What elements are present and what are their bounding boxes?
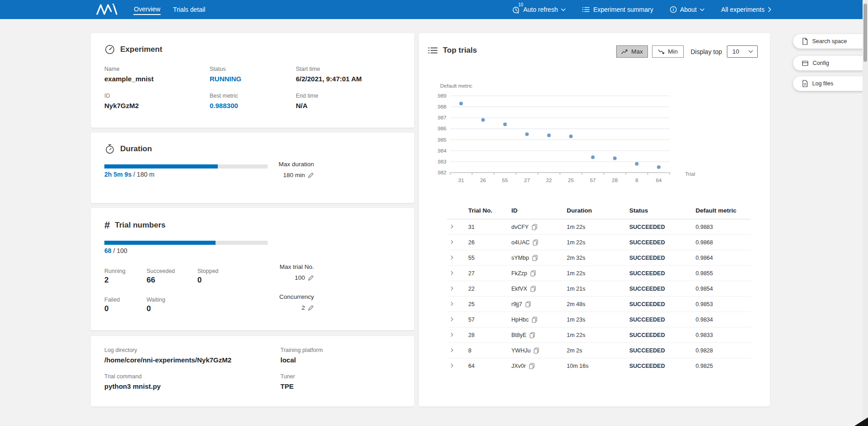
- scatter-point[interactable]: [459, 102, 463, 105]
- row-expand-button[interactable]: [448, 316, 456, 324]
- min-button-label: Min: [668, 48, 678, 55]
- cell-trial-id: dvCFY: [511, 224, 529, 230]
- expand-chevron-icon: [450, 363, 454, 368]
- edit-pencil-icon[interactable]: [308, 172, 314, 178]
- field-label: Start time: [296, 66, 362, 72]
- scrollbar-thumb[interactable]: [863, 4, 867, 62]
- trial-row: 28 Bt8yE 1m 22s SUCCEEDED 0.9833: [447, 327, 751, 343]
- scatter-point[interactable]: [657, 165, 661, 169]
- copy-icon[interactable]: [534, 347, 539, 354]
- top-trials-card: Top trials Max Min Display top 10 Defaul…: [419, 33, 770, 406]
- display-top-select[interactable]: 10: [727, 45, 758, 58]
- tab-overview[interactable]: Overview: [133, 4, 161, 15]
- display-top-value: 10: [732, 48, 739, 55]
- all-experiments-link[interactable]: All experiments: [721, 6, 771, 13]
- log-files-button[interactable]: Log files: [793, 76, 868, 91]
- experiment-fields: Name example_mnistStatus RUNNINGStart ti…: [104, 66, 362, 109]
- cell-trial-id: HpHbc: [511, 317, 529, 323]
- tab-trials-detail[interactable]: Trials detail: [172, 5, 206, 15]
- cell-duration: 1m 22s: [566, 266, 628, 281]
- y-tick-label: 0.987: [437, 115, 446, 120]
- max-button-label: Max: [631, 48, 643, 55]
- row-expand-button[interactable]: [448, 223, 456, 231]
- row-expand-button[interactable]: [448, 238, 456, 247]
- copy-icon[interactable]: [533, 239, 538, 246]
- field-label: Best metric: [210, 93, 296, 99]
- trial-row: 8 YWHJu 2m 2s SUCCEEDED 0.9828: [447, 343, 751, 358]
- row-expand-button[interactable]: [448, 254, 456, 262]
- copy-icon[interactable]: [532, 317, 537, 323]
- cell-trial-no: 22: [467, 281, 510, 297]
- x-tick-label: 26: [480, 178, 486, 183]
- experiment-summary-button[interactable]: Experiment summary: [582, 6, 653, 13]
- scatter-point[interactable]: [591, 155, 595, 159]
- cell-default-metric: 0.9833: [695, 327, 751, 343]
- scatter-point[interactable]: [569, 134, 573, 138]
- cell-duration: 2m 48s: [566, 297, 628, 312]
- about-menu[interactable]: About: [670, 6, 705, 13]
- edit-pencil-icon[interactable]: [308, 275, 314, 281]
- trial-stat: Succeeded 66: [147, 268, 197, 285]
- trial-row: 55 sYMbp 2m 32s SUCCEEDED 0.9864: [447, 250, 751, 266]
- scatter-point[interactable]: [547, 134, 551, 137]
- copy-icon[interactable]: [529, 363, 535, 369]
- max-duration-value: 180 min: [283, 172, 305, 178]
- cell-trial-id: EkfVX: [511, 286, 527, 292]
- row-expand-button[interactable]: [448, 362, 456, 370]
- expand-chevron-icon: [450, 271, 454, 275]
- chart-title: Default metric: [440, 83, 472, 89]
- config-button[interactable]: Config: [793, 56, 868, 70]
- copy-icon[interactable]: [532, 224, 537, 230]
- duration-progress-text: 2h 5m 9s / 180 m: [104, 171, 155, 178]
- info-icon: [670, 6, 677, 13]
- copy-icon[interactable]: [530, 332, 535, 338]
- row-expand-button[interactable]: [448, 300, 456, 308]
- field-value: 0.988300: [210, 102, 296, 109]
- row-expand-button[interactable]: [448, 331, 456, 339]
- row-expand-button[interactable]: [448, 347, 456, 355]
- stopwatch-icon: [104, 144, 115, 154]
- x-tick-label: 28: [612, 178, 618, 183]
- duration-card-title: Duration: [120, 144, 152, 154]
- field-value: RUNNING: [210, 75, 296, 83]
- stat-label: Succeeded: [147, 268, 197, 274]
- min-button[interactable]: Min: [652, 45, 684, 58]
- top-trials-title: Top trials: [443, 46, 477, 55]
- cell-status: SUCCEEDED: [628, 343, 695, 358]
- edit-pencil-icon[interactable]: [308, 305, 314, 311]
- stat-label: Running: [104, 268, 147, 274]
- trend-up-icon: [621, 49, 628, 54]
- search-space-button[interactable]: Search space: [793, 34, 868, 49]
- col-header-id: ID: [510, 203, 566, 219]
- chevron-down-icon: [561, 8, 566, 11]
- x-tick-label: 55: [502, 178, 508, 183]
- copy-icon[interactable]: [530, 270, 536, 277]
- max-button[interactable]: Max: [616, 45, 648, 58]
- cell-default-metric: 0.9854: [695, 281, 751, 297]
- scatter-point[interactable]: [481, 118, 485, 122]
- cell-trial-no: 26: [467, 235, 510, 250]
- page-scrollbar[interactable]: [863, 0, 868, 426]
- copy-icon[interactable]: [530, 286, 536, 292]
- row-expand-button[interactable]: [448, 269, 456, 277]
- cell-trial-id: sYMbp: [511, 255, 529, 261]
- copy-icon[interactable]: [525, 301, 531, 307]
- row-expand-button[interactable]: [448, 285, 456, 293]
- cell-duration: 2m 2s: [566, 343, 628, 358]
- config-box-icon: [802, 60, 809, 66]
- duration-total: / 180 m: [133, 171, 155, 178]
- scatter-point[interactable]: [613, 157, 617, 160]
- scatter-point[interactable]: [503, 123, 507, 126]
- scatter-point[interactable]: [525, 133, 529, 136]
- duration-progress-track: [104, 164, 268, 168]
- auto-refresh-control[interactable]: 10 Auto refresh: [512, 5, 566, 14]
- y-tick-label: 0.983: [437, 159, 446, 164]
- field-value: Nyk7GzM2: [104, 102, 210, 109]
- experiment-card: Experiment Name example_mnistStatus RUNN…: [91, 33, 414, 128]
- copy-icon[interactable]: [532, 255, 538, 261]
- experiment-card-header: Experiment: [104, 44, 162, 55]
- experiment-meta-card: Log directory /home/core/nni-experiments…: [91, 336, 414, 406]
- scatter-point[interactable]: [635, 162, 638, 166]
- y-tick-label: 0.984: [437, 148, 447, 154]
- expand-chevron-icon: [450, 255, 454, 260]
